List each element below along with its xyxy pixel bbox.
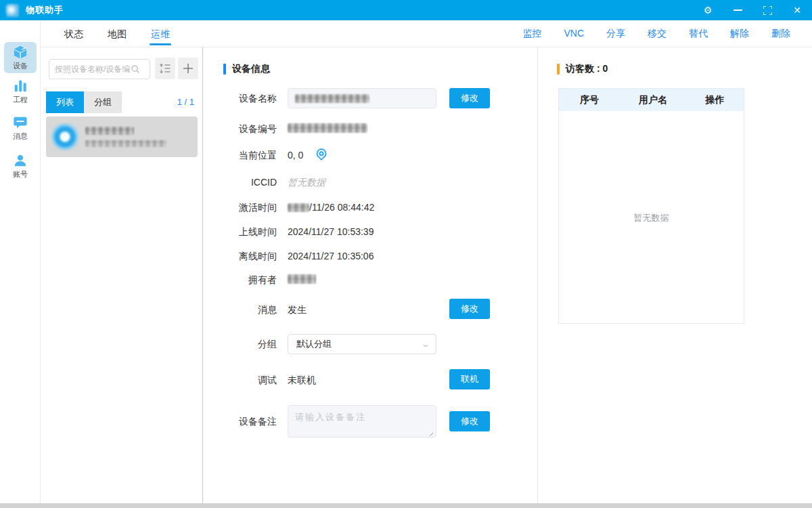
debug-value: 未联机 (288, 375, 316, 387)
tabbar: 状态 地图 运维 监控 VNC 分享 移交 替代 解除 删除 (41, 20, 812, 47)
device-info-panel: 设备信息 设备名称 修改 设备编号 当前位置 0, 0 ICCID 暂无数据 激… (203, 47, 538, 503)
visitor-table-header: 序号 用户名 操作 (559, 89, 744, 111)
device-name-input[interactable] (288, 88, 436, 108)
connect-button[interactable]: 联机 (449, 369, 490, 389)
visitor-header: 访客数 : 0 (557, 63, 608, 75)
add-device-button[interactable] (178, 58, 198, 79)
pagination: 1 / 1 (177, 97, 194, 107)
field-label-activated: 激活时间 (217, 202, 277, 214)
iccid-value: 暂无数据 (288, 177, 325, 189)
field-label-owner: 拥有者 (217, 274, 277, 287)
device-info-header: 设备信息 (223, 63, 270, 75)
action-vnc[interactable]: VNC (564, 28, 584, 40)
app-title: 物联助手 (26, 4, 64, 16)
device-search (49, 59, 150, 79)
action-delete[interactable]: 删除 (771, 28, 790, 40)
sidebar-item-messages[interactable]: 消息 (4, 112, 37, 144)
settings-gear-icon[interactable]: ⚙ (693, 0, 723, 20)
device-list-item[interactable] (46, 117, 198, 157)
tab-group-view[interactable]: 分组 (84, 91, 122, 113)
redacted-owner-value (288, 274, 316, 284)
window-bottom-edge (0, 503, 812, 508)
app-window: 物联助手 ⚙ ✕ 设备 工程 (0, 0, 812, 508)
action-unbind[interactable]: 解除 (730, 28, 749, 40)
visitor-count-title: 访客数 : 0 (566, 63, 608, 75)
field-label-online: 上线时间 (217, 226, 277, 238)
field-label-offline: 离线时间 (217, 251, 277, 263)
search-icon (131, 64, 140, 74)
visitor-table-body: 暂无数据 (559, 111, 744, 324)
redacted-serial-value (288, 123, 367, 133)
titlebar: 物联助手 ⚙ ✕ (0, 0, 812, 20)
offline-value: 2024/11/27 10:35:06 (288, 251, 374, 261)
redacted-device-id (85, 140, 166, 147)
tab-status[interactable]: 状态 (64, 20, 83, 47)
chevron-down-icon: ⌄ (421, 339, 430, 349)
location-value: 0, 0 (288, 150, 303, 161)
remark-textarea[interactable] (288, 405, 436, 438)
field-label-group: 分组 (217, 339, 277, 351)
device-cube-icon (13, 45, 28, 60)
field-label-iccid: ICCID (217, 177, 277, 188)
redacted-device-name-value (295, 94, 369, 103)
section-accent-bar (557, 64, 560, 75)
field-label-message: 消息 (217, 304, 277, 316)
action-substitute[interactable]: 替代 (689, 28, 708, 40)
sidebar-item-label: 设备 (13, 61, 28, 71)
sidebar: 设备 工程 消息 账号 (0, 20, 41, 503)
redacted-device-name (85, 127, 134, 135)
online-value: 2024/11/27 10:53:39 (288, 226, 374, 237)
tab-list-view[interactable]: 列表 (46, 91, 84, 113)
field-label-location: 当前位置 (217, 150, 277, 162)
sidebar-item-account[interactable]: 账号 (4, 150, 37, 182)
nav-tabs: 状态 地图 运维 (64, 20, 170, 47)
field-label-name: 设备名称 (217, 93, 277, 105)
device-search-input[interactable] (49, 64, 131, 74)
action-share[interactable]: 分享 (606, 28, 625, 40)
visitor-panel: 访客数 : 0 序号 用户名 操作 暂无数据 (538, 47, 812, 503)
close-icon[interactable]: ✕ (782, 0, 812, 20)
group-select-value: 默认分组 (296, 338, 332, 350)
window-controls: ⚙ ✕ (693, 0, 812, 20)
sidebar-item-projects[interactable]: 工程 (4, 76, 37, 107)
col-username: 用户名 (620, 94, 686, 106)
list-view-tabs: 列表 分组 (46, 91, 122, 113)
modify-message-button[interactable]: 修改 (449, 299, 490, 319)
device-list-panel: 列表 分组 1 / 1 (41, 47, 203, 503)
location-pin-icon[interactable] (315, 147, 328, 162)
action-monitor[interactable]: 监控 (522, 28, 541, 40)
section-title: 设备信息 (232, 63, 270, 75)
action-transfer[interactable]: 移交 (648, 28, 667, 40)
minimize-icon[interactable] (723, 0, 752, 20)
sort-button[interactable] (155, 58, 175, 79)
sort-icon (159, 63, 171, 74)
field-label-serial: 设备编号 (217, 123, 277, 135)
sidebar-item-label: 消息 (13, 131, 28, 142)
visitor-table: 序号 用户名 操作 暂无数据 (558, 88, 744, 324)
user-icon (13, 153, 28, 168)
section-accent-bar (223, 64, 226, 75)
device-avatar (51, 123, 78, 150)
message-value: 发生 (288, 304, 307, 316)
tab-map[interactable]: 地图 (108, 20, 127, 47)
field-label-debug: 调试 (217, 375, 277, 387)
sidebar-item-label: 账号 (13, 169, 28, 179)
empty-state-text: 暂无数据 (634, 212, 669, 224)
tab-operations[interactable]: 运维 (151, 20, 170, 47)
sidebar-item-label: 工程 (13, 95, 28, 105)
chat-bubble-icon (13, 115, 28, 130)
app-logo-icon (6, 4, 19, 17)
col-index: 序号 (559, 94, 620, 106)
group-select[interactable]: 默认分组 ⌄ (288, 334, 436, 354)
col-operation: 操作 (686, 94, 744, 106)
modify-remark-button[interactable]: 修改 (449, 411, 490, 431)
activated-value: /11/26 08:44:42 (288, 202, 374, 213)
field-label-remark: 设备备注 (217, 416, 277, 428)
redacted-year (288, 203, 309, 212)
modify-name-button[interactable]: 修改 (449, 88, 490, 108)
bar-chart-icon (13, 79, 28, 93)
plus-icon (183, 63, 194, 74)
device-action-links: 监控 VNC 分享 移交 替代 解除 删除 (522, 28, 812, 40)
maximize-icon[interactable] (752, 0, 782, 20)
sidebar-item-devices[interactable]: 设备 (4, 42, 37, 73)
